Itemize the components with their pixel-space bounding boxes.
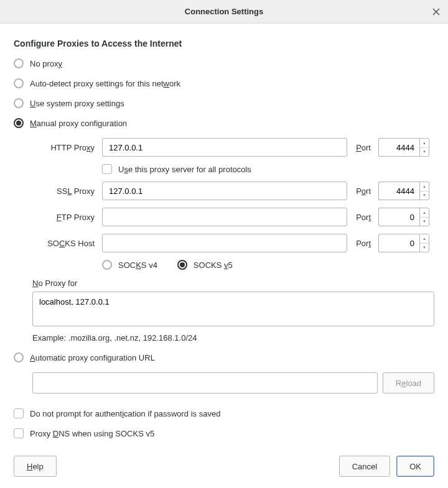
- radio-icon: [14, 78, 24, 88]
- radio-socks-v4[interactable]: [102, 260, 112, 270]
- cancel-button[interactable]: Cancel: [339, 456, 390, 477]
- radio-icon: [14, 118, 24, 128]
- radio-no-proxy[interactable]: No proxy: [14, 58, 434, 68]
- spinner-up-icon[interactable]: ▲: [420, 182, 429, 191]
- ssl-proxy-label: SSL Proxy: [32, 186, 98, 196]
- spinner-up-icon[interactable]: ▲: [420, 234, 429, 244]
- checkbox-label: Use this proxy server for all protocols: [118, 165, 251, 174]
- radio-label: Auto-detect proxy settings for this netw…: [30, 80, 180, 88]
- checkbox-icon: [102, 164, 112, 174]
- ssl-port-input[interactable]: [378, 182, 419, 200]
- socks-v4-label: SOCKS v4: [118, 260, 157, 270]
- ok-button[interactable]: OK: [396, 456, 434, 477]
- no-proxy-for-label: No Proxy for: [32, 279, 434, 288]
- help-button[interactable]: Help: [14, 456, 57, 477]
- no-prompt-auth-checkbox[interactable]: Do not prompt for authentication if pass…: [14, 408, 434, 418]
- no-proxy-section: No Proxy for localhost, 127.0.0.1 Exampl…: [32, 279, 434, 343]
- checkbox-icon: [14, 408, 24, 418]
- spinner-buttons: ▲ ▼: [419, 138, 429, 157]
- radio-label: Use system proxy settings: [30, 99, 124, 108]
- spinner-down-icon[interactable]: ▼: [420, 191, 429, 200]
- dialog-buttons: Help Cancel OK: [14, 456, 434, 477]
- radio-icon: [14, 352, 24, 362]
- radio-auto-config-url[interactable]: Automatic proxy configuration URL: [14, 352, 434, 362]
- dialog-content: Configure Proxies to Access the Internet…: [0, 24, 448, 487]
- close-icon: [432, 8, 440, 16]
- ssl-port-label: Port: [351, 186, 375, 196]
- http-proxy-input[interactable]: [102, 138, 347, 157]
- use-all-protocols-checkbox[interactable]: Use this proxy server for all protocols: [102, 164, 434, 174]
- checkbox-label: Proxy DNS when using SOCKS v5: [30, 429, 154, 438]
- socks-port-spinner[interactable]: ▲ ▼: [378, 234, 434, 252]
- radio-socks-v5[interactable]: [177, 260, 187, 270]
- socks-port-label: Port: [351, 239, 375, 248]
- radio-manual-proxy[interactable]: Manual proxy configuration: [14, 118, 434, 128]
- dialog-title: Connection Settings: [185, 7, 263, 16]
- spinner-up-icon[interactable]: ▲: [420, 139, 429, 148]
- titlebar: Connection Settings: [0, 0, 448, 24]
- http-port-label: Port: [351, 143, 375, 152]
- radio-icon: [14, 58, 24, 68]
- http-port-spinner[interactable]: ▲ ▼: [378, 138, 434, 157]
- radio-icon: [14, 98, 24, 108]
- ssl-proxy-input[interactable]: [102, 182, 347, 200]
- http-proxy-label: HTTP Proxy: [32, 143, 98, 152]
- spinner-buttons: ▲ ▼: [419, 182, 429, 200]
- socks-host-input[interactable]: [102, 234, 347, 252]
- ftp-port-input[interactable]: [378, 208, 419, 226]
- pac-row: Reload: [32, 372, 434, 394]
- socks-v5-label: SOCKS v5: [194, 260, 233, 270]
- pac-url-input[interactable]: [32, 372, 378, 394]
- radio-label: No proxy: [30, 60, 62, 68]
- spinner-down-icon[interactable]: ▼: [420, 218, 429, 226]
- ftp-proxy-label: FTP Proxy: [32, 213, 98, 222]
- ftp-port-spinner[interactable]: ▲ ▼: [378, 208, 434, 226]
- radio-auto-detect[interactable]: Auto-detect proxy settings for this netw…: [14, 78, 434, 88]
- reload-button[interactable]: Reload: [383, 372, 434, 394]
- spinner-down-icon[interactable]: ▼: [420, 148, 429, 157]
- no-proxy-example: Example: .mozilla.org, .net.nz, 192.168.…: [32, 333, 434, 343]
- radio-label: Automatic proxy configuration URL: [30, 354, 155, 362]
- http-port-input[interactable]: [378, 138, 419, 157]
- radio-system-proxy[interactable]: Use system proxy settings: [14, 98, 434, 108]
- checkbox-icon: [14, 428, 24, 438]
- spinner-buttons: ▲ ▼: [419, 208, 429, 226]
- radio-label: Manual proxy configuration: [30, 119, 127, 127]
- ssl-port-spinner[interactable]: ▲ ▼: [378, 182, 434, 200]
- bottom-checkboxes: Do not prompt for authentication if pass…: [14, 408, 434, 438]
- proxy-dns-socks5-checkbox[interactable]: Proxy DNS when using SOCKS v5: [14, 428, 434, 438]
- checkbox-label: Do not prompt for authentication if pass…: [30, 409, 220, 418]
- socks-host-label: SOCKS Host: [32, 239, 98, 248]
- close-button[interactable]: [431, 6, 442, 17]
- section-heading: Configure Proxies to Access the Internet: [14, 39, 434, 48]
- proxy-form: HTTP Proxy Port ▲ ▼ Use this proxy serve…: [32, 138, 434, 270]
- no-proxy-textarea[interactable]: localhost, 127.0.0.1: [32, 292, 434, 326]
- socks-port-input[interactable]: [378, 234, 419, 252]
- spinner-down-icon[interactable]: ▼: [420, 244, 429, 252]
- spinner-buttons: ▲ ▼: [419, 234, 429, 252]
- spinner-up-icon[interactable]: ▲: [420, 208, 429, 218]
- ftp-port-label: Port: [351, 213, 375, 222]
- ftp-proxy-input[interactable]: [102, 208, 347, 226]
